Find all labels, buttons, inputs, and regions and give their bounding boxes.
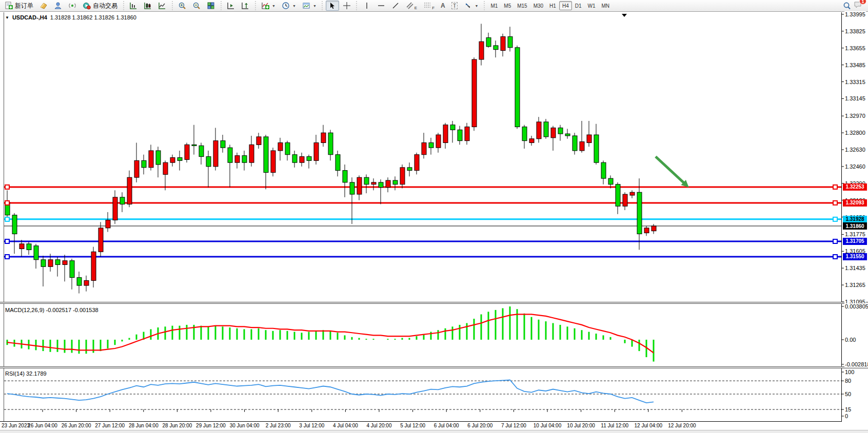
- collapse-triangle-icon[interactable]: ▼: [5, 15, 9, 20]
- candle: [357, 177, 362, 194]
- line-handle[interactable]: [833, 201, 837, 205]
- candle: [422, 143, 426, 155]
- candle: [594, 135, 599, 162]
- price-level-chip: 1.32093: [843, 199, 867, 207]
- time-axis-label: 10 Jul 20:00: [567, 423, 595, 428]
- periods-dropdown[interactable]: ▼: [279, 1, 299, 11]
- line-handle[interactable]: [833, 217, 837, 221]
- candle: [321, 133, 326, 142]
- tile-windows-button[interactable]: [204, 1, 218, 11]
- price-level-chip: 1.31705: [843, 238, 867, 245]
- candle: [235, 156, 240, 163]
- line-handle[interactable]: [5, 255, 9, 259]
- label-tool-button[interactable]: T: [449, 1, 461, 11]
- line-handle[interactable]: [833, 185, 837, 189]
- price-axis-label: 1.31435: [844, 265, 866, 271]
- line-handle[interactable]: [5, 217, 9, 221]
- arrows-dropdown[interactable]: ▼: [461, 1, 481, 11]
- line-handle[interactable]: [833, 255, 837, 259]
- crosshair-icon: [343, 2, 351, 10]
- candle: [249, 145, 254, 162]
- candle: [192, 145, 196, 146]
- time-axis-label: 6 Jul 04:00: [434, 423, 459, 428]
- time-axis-label: 4 Jul 04:00: [333, 423, 358, 428]
- timeframe-button-M5[interactable]: M5: [501, 1, 514, 10]
- line-handle[interactable]: [5, 201, 9, 205]
- channel-tool-button[interactable]: E: [403, 1, 420, 11]
- new-order-button[interactable]: 新订单: [2, 1, 36, 11]
- signal-icon: [68, 2, 76, 10]
- candle: [228, 148, 232, 162]
- search-icon[interactable]: [842, 2, 851, 10]
- candle: [163, 162, 168, 174]
- zoom-in-button[interactable]: [175, 1, 189, 11]
- price-axis-label: 1.33145: [844, 95, 866, 101]
- candle: [494, 46, 498, 50]
- metaeditor-button[interactable]: [37, 1, 50, 11]
- profile-person-icon: [54, 2, 62, 10]
- timeframe-button-M15[interactable]: M15: [514, 1, 530, 10]
- time-axis-label: 28 Jun 20:00: [162, 423, 192, 428]
- candle: [587, 135, 591, 142]
- trendline-tool-button[interactable]: [389, 1, 402, 11]
- fibonacci-tool-button[interactable]: F: [421, 1, 437, 11]
- profile-button[interactable]: [51, 1, 65, 11]
- line-handle[interactable]: [833, 239, 837, 243]
- candle: [616, 184, 620, 207]
- zoom-out-button[interactable]: [190, 1, 203, 11]
- timeframe-button-H1[interactable]: H1: [546, 1, 559, 10]
- time-axis-label: 6 Jul 20:00: [467, 423, 492, 428]
- line-chart-mode-icon: [158, 2, 166, 10]
- timeframe-button-M30[interactable]: M30: [530, 1, 546, 10]
- toolbar-separator: [220, 1, 222, 10]
- pane-splitter-macd[interactable]: [0, 302, 868, 304]
- signal-button[interactable]: [66, 1, 79, 11]
- line-chart-mode-button[interactable]: [155, 1, 169, 11]
- trendline-icon: [391, 2, 400, 10]
- line-handle[interactable]: [5, 239, 9, 243]
- chart-shift-button[interactable]: [239, 1, 252, 11]
- horizontal-line-tool-button[interactable]: [374, 1, 388, 11]
- price-level-chip: 1.31928: [843, 216, 867, 223]
- crosshair-tool-button[interactable]: [340, 1, 353, 11]
- timeframe-button-M1[interactable]: M1: [487, 1, 501, 10]
- vertical-line-tool-button[interactable]: [360, 1, 373, 11]
- candle: [12, 215, 17, 234]
- chart-window: ▼ USDCAD-,H4 1.31828 1.31862 1.31826 1.3…: [0, 12, 868, 433]
- timeframe-button-D1[interactable]: D1: [572, 1, 585, 10]
- new-order-label: 新订单: [15, 2, 33, 10]
- candle: [177, 158, 182, 161]
- bar-chart-mode-button[interactable]: [127, 1, 140, 11]
- timeframe-button-W1[interactable]: W1: [585, 1, 599, 10]
- candle: [63, 261, 67, 265]
- time-axis-label: 23 Jun 2023: [2, 423, 30, 428]
- candle: [608, 178, 613, 184]
- price-axis-label: 1.33315: [844, 79, 866, 85]
- candle: [170, 158, 175, 163]
- templates-dropdown[interactable]: ▼: [300, 1, 319, 11]
- candle: [120, 197, 125, 204]
- time-axis-label: 11 Jul 12:00: [601, 423, 628, 428]
- candlestick-mode-button[interactable]: [141, 1, 154, 11]
- autotrading-button[interactable]: 自动交易: [80, 1, 120, 11]
- pane-splitter-rsi[interactable]: [0, 366, 868, 368]
- candle: [573, 136, 577, 151]
- line-handle[interactable]: [5, 185, 9, 189]
- candle: [544, 122, 548, 137]
- time-axis-label: 7 Jul 12:00: [501, 423, 526, 428]
- bar-chart-mode-icon: [129, 2, 137, 10]
- indicators-dropdown[interactable]: ▼: [259, 1, 278, 11]
- price-axis-label: 1.33485: [844, 62, 866, 68]
- notifications-icon[interactable]: 1: [854, 1, 863, 11]
- trend-arrow-annotation[interactable]: [656, 157, 684, 183]
- time-axis-label: 28 Jun 04:00: [129, 423, 159, 428]
- chart-shift-marker[interactable]: [622, 14, 627, 17]
- cursor-tool-button[interactable]: [326, 1, 339, 11]
- chart-title-overlay: ▼ USDCAD-,H4 1.31828 1.31862 1.31826 1.3…: [5, 14, 136, 20]
- candle: [364, 177, 369, 184]
- timeframe-button-MN[interactable]: MN: [599, 1, 613, 10]
- text-tool-button[interactable]: A: [438, 1, 448, 11]
- auto-scroll-button[interactable]: [224, 1, 238, 11]
- timeframe-button-H4[interactable]: H4: [559, 1, 572, 10]
- candle: [343, 171, 347, 182]
